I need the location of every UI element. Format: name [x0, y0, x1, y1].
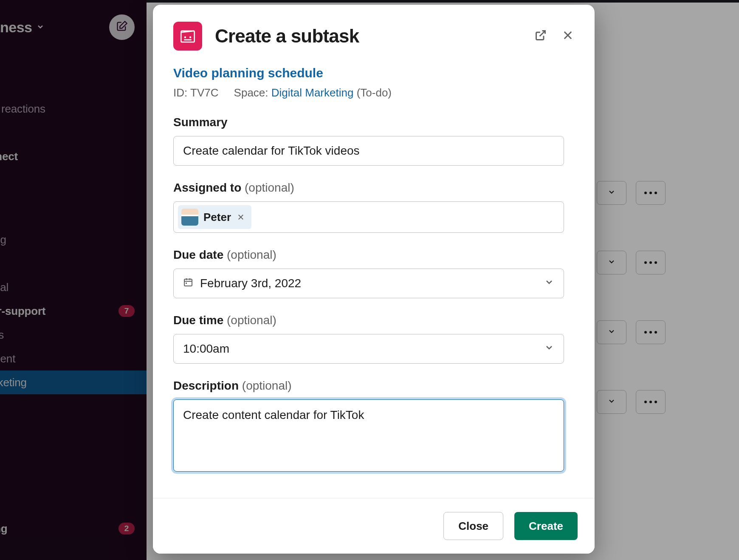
parent-task-link[interactable]: Video planning schedule: [173, 66, 323, 80]
background-more-button[interactable]: [636, 320, 666, 344]
svg-rect-12: [186, 283, 187, 284]
description-label: Description (optional): [173, 379, 574, 393]
unread-badge: 7: [118, 305, 135, 317]
background-dropdown[interactable]: [597, 320, 626, 344]
due-date-select[interactable]: February 3rd, 2022: [173, 269, 564, 298]
open-external-button[interactable]: [534, 30, 547, 42]
calendar-icon: [183, 277, 193, 290]
svg-line-3: [540, 31, 545, 37]
avatar: [181, 209, 198, 226]
sidebar-item[interactable]: ents: [0, 394, 147, 418]
sidebar-item-label: counting: [0, 233, 6, 246]
assignee-chip[interactable]: Peter: [178, 205, 251, 229]
sidebar-item-label: italmarketing: [0, 376, 27, 389]
svg-point-1: [184, 36, 186, 38]
chevron-down-icon: [544, 277, 554, 290]
chevron-down-icon: [607, 257, 616, 268]
summary-label: Summary: [173, 116, 574, 129]
modal-body: Video planning schedule ID: TV7C Space: …: [153, 57, 595, 498]
more-icon: [644, 331, 657, 334]
sidebar-item[interactable]: dget: [0, 252, 147, 275]
sidebar-item-label: arketing: [0, 522, 8, 535]
sidebar-bottom: arketing2: [0, 517, 147, 540]
sidebar-item[interactable]: tions & reactions: [0, 97, 147, 121]
due-date-value: February 3rd, 2022: [200, 277, 301, 290]
due-time-select[interactable]: 10:00am: [173, 334, 564, 364]
task-meta: ID: TV7C Space: Digital Marketing (To-do…: [173, 86, 574, 99]
modal-header: Create a subtask: [153, 5, 595, 57]
compose-icon: [116, 20, 128, 34]
id-label: ID:: [173, 86, 187, 99]
background-dropdown[interactable]: [597, 251, 626, 274]
chevron-down-icon: [607, 188, 616, 198]
sidebar-item[interactable]: stomer-support7: [0, 299, 147, 323]
external-link-icon: [535, 29, 547, 43]
assignee-name: Peter: [203, 211, 231, 224]
sidebar-item[interactable]: e: [0, 168, 147, 192]
more-icon: [644, 261, 657, 264]
close-icon: [237, 211, 245, 224]
svg-point-2: [189, 36, 191, 38]
sidebar-item[interactable]: velopment: [0, 347, 147, 371]
sidebar-item[interactable]: counting: [0, 228, 147, 252]
summary-input[interactable]: [173, 136, 564, 166]
space-type: (To-do): [357, 86, 392, 99]
chevron-down-icon: [36, 23, 45, 34]
create-subtask-modal: Create a subtask: [153, 5, 595, 554]
sidebar-item[interactable]: stomers: [0, 323, 147, 347]
sidebar-item-label: nfidential: [0, 281, 8, 294]
svg-rect-8: [184, 279, 192, 286]
sidebar-item[interactable]: neral: [0, 418, 147, 442]
sidebar: or Fitness adsMstions & reactionsd items…: [0, 0, 147, 560]
create-button[interactable]: Create: [514, 512, 578, 540]
assigned-input[interactable]: Peter: [173, 201, 564, 233]
sidebar-item[interactable]: arketing2: [0, 517, 147, 540]
space-link[interactable]: Digital Marketing: [271, 86, 354, 99]
assigned-label: Assigned to (optional): [173, 181, 574, 195]
sidebar-item-label: velopment: [0, 352, 15, 365]
sidebar-channels: nelscountingdgetnfidentialstomer-support…: [0, 204, 147, 489]
background-more-button[interactable]: [636, 390, 666, 414]
background-more-button[interactable]: [636, 251, 666, 274]
sidebar-item[interactable]: nfidential: [0, 275, 147, 299]
id-value: TV7C: [190, 86, 218, 99]
workspace-name: or Fitness: [0, 19, 32, 36]
more-icon: [644, 401, 657, 403]
sidebar-item-label: stomer-support: [0, 305, 45, 318]
sidebar-item[interactable]: italmarketing: [0, 371, 147, 394]
chevron-down-icon: [607, 327, 616, 337]
close-button[interactable]: Close: [443, 512, 503, 540]
workspace-switcher[interactable]: or Fitness: [0, 19, 45, 36]
more-icon: [644, 192, 657, 194]
compose-button[interactable]: [109, 14, 135, 40]
chevron-down-icon: [607, 397, 616, 407]
sidebar-item[interactable]: k Connect: [0, 144, 147, 168]
sidebar-item-label: tions & reactions: [0, 102, 45, 116]
close-icon: [562, 29, 574, 43]
sidebar-item[interactable]: ads: [0, 49, 147, 73]
due-time-value: 10:00am: [183, 342, 229, 356]
unread-badge: 2: [118, 523, 135, 535]
chevron-down-icon: [544, 342, 554, 356]
sidebar-item[interactable]: d items: [0, 121, 147, 144]
sidebar-item-label: k Connect: [0, 150, 18, 163]
app-icon: [173, 22, 202, 51]
close-modal-button[interactable]: [561, 30, 574, 42]
sidebar-item[interactable]: nels: [0, 204, 147, 228]
background-more-button[interactable]: [636, 181, 666, 205]
modal-footer: Close Create: [153, 498, 595, 554]
due-date-label: Due date (optional): [173, 248, 574, 262]
modal-title: Create a subtask: [215, 25, 522, 47]
space-label: Space:: [234, 86, 268, 99]
sidebar-item[interactable]: use-a: [0, 466, 147, 489]
sidebar-nav: adsMstions & reactionsd itemsk Connecte: [0, 49, 147, 192]
remove-chip-button[interactable]: [236, 212, 245, 222]
sidebar-item[interactable]: ox: [0, 442, 147, 466]
background-dropdown[interactable]: [597, 181, 626, 205]
sidebar-item[interactable]: Ms: [0, 73, 147, 97]
background-dropdown[interactable]: [597, 390, 626, 414]
description-input[interactable]: [173, 399, 564, 472]
due-time-label: Due time (optional): [173, 314, 574, 327]
sidebar-item-label: stomers: [0, 328, 4, 342]
